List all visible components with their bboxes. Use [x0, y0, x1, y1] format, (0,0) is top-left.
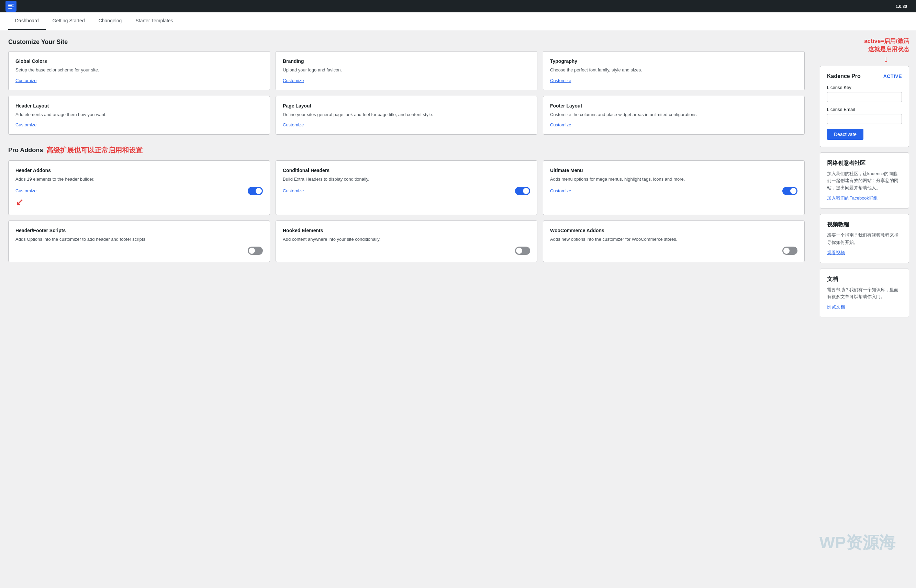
card-title: Header/Footer Scripts: [15, 228, 263, 233]
card-page-layout: Page Layout Define your sites general pa…: [275, 96, 537, 135]
card-title: Ultimate Menu: [550, 168, 798, 173]
main-wrapper: Customize Your Site Global Colors Setup …: [0, 30, 916, 330]
card-hooked-elements: Hooked Elements Add content anywhere int…: [275, 221, 537, 262]
active-status-badge: ACTIVE: [884, 73, 902, 79]
version-badge: 1.0.30: [892, 3, 911, 10]
video-card: 视频教程 想要一个指南？我们有视频教程来指导你如何开始。 观看视频: [820, 214, 909, 263]
kadence-pro-header: Kadence Pro ACTIVE: [827, 73, 902, 79]
video-link[interactable]: 观看视频: [827, 250, 845, 255]
card-footer: [550, 247, 798, 255]
card-title: Conditional Headers: [283, 168, 530, 173]
license-email-label: License Email: [827, 107, 902, 112]
card-title: Page Layout: [283, 103, 530, 108]
card-title: Global Colors: [15, 58, 263, 64]
kadence-pro-title: Kadence Pro: [827, 73, 861, 79]
card-desc: Setup the base color scheme for your sit…: [15, 67, 263, 73]
card-desc: Adds Options into the customizer to add …: [15, 236, 263, 243]
card-footer: [15, 247, 263, 255]
customize-link-conditional-headers[interactable]: Customize: [283, 188, 304, 193]
customize-link-header-layout[interactable]: Customize: [15, 122, 36, 128]
toggle-ultimate-menu[interactable]: [782, 187, 798, 195]
annotation-text-1: active=启用/激活: [820, 37, 909, 45]
license-email-group: License Email: [827, 107, 902, 124]
tab-changelog[interactable]: Changelog: [92, 12, 129, 30]
license-key-input[interactable]: [827, 92, 902, 102]
customize-link-global-colors[interactable]: Customize: [15, 78, 36, 83]
arrow-down-icon: ↓: [820, 53, 888, 65]
card-title: Hooked Elements: [283, 228, 530, 233]
card-footer: Customize: [550, 187, 798, 195]
annotation-text-2: 这就是启用状态: [820, 45, 909, 53]
community-title: 网络创意者社区: [827, 160, 902, 167]
toggle-woocommerce-addons[interactable]: [782, 247, 798, 255]
deactivate-button[interactable]: Deactivate: [827, 129, 863, 140]
pro-addons-heading: Pro Addons: [8, 147, 43, 154]
community-link[interactable]: 加入我们的Facebook群组: [827, 195, 878, 200]
card-header-addons: Header Addons Adds 19 elements to the he…: [8, 160, 270, 215]
kadence-pro-wrapper: active=启用/激活 这就是启用状态 ↓ Kadence Pro ACTIV…: [820, 37, 909, 147]
card-ultimate-menu: Ultimate Menu Adds menu options for mega…: [543, 160, 805, 215]
card-header-footer-scripts: Header/Footer Scripts Adds Options into …: [8, 221, 270, 262]
card-desc: Build Extra Headers to display condition…: [283, 176, 530, 183]
card-desc: Add elements and arrage them how you wan…: [15, 111, 263, 118]
license-email-input[interactable]: [827, 114, 902, 124]
content-area: Customize Your Site Global Colors Setup …: [0, 30, 813, 330]
card-title: Header Addons: [15, 168, 263, 173]
tab-starter-templates[interactable]: Starter Templates: [128, 12, 180, 30]
card-desc: Add content anywhere into your site cond…: [283, 236, 530, 243]
community-card: 网络创意者社区 加入我们的社区，让kadence的同胞们一起创建有效的网站！分享…: [820, 152, 909, 208]
customize-link-footer-layout[interactable]: Customize: [550, 122, 571, 128]
card-typography: Typography Choose the perfect font famil…: [543, 51, 805, 90]
tab-getting-started[interactable]: Getting Started: [46, 12, 92, 30]
card-footer: [283, 247, 530, 255]
card-branding: Branding Upload your logo and favicon. C…: [275, 51, 537, 90]
customize-link-branding[interactable]: Customize: [283, 78, 304, 83]
toggle-hooked-elements[interactable]: [515, 247, 530, 255]
license-key-label: License Key: [827, 85, 902, 90]
card-footer: Customize: [15, 187, 263, 195]
card-title: Footer Layout: [550, 103, 798, 108]
pro-cards-grid: Header Addons Adds 19 elements to the he…: [8, 160, 805, 262]
card-woocommerce-addons: WooCommerce Addons Adds new options into…: [543, 221, 805, 262]
card-desc: Customize the columns and place widget a…: [550, 111, 798, 118]
logo-icon: [5, 1, 16, 12]
card-desc: Define your sites general page look and …: [283, 111, 530, 118]
page-content: Customize Your Site Global Colors Setup …: [0, 30, 813, 281]
card-footer: Customize: [283, 187, 530, 195]
customize-link-typography[interactable]: Customize: [550, 78, 571, 83]
docs-card: 文档 需要帮助？我们有一个知识库，里面有很多文章可以帮助你入门。 浏览文档: [820, 268, 909, 318]
video-desc: 想要一个指南？我们有视频教程来指导你如何开始。: [827, 232, 902, 246]
active-annotation: active=启用/激活 这就是启用状态 ↓: [820, 37, 909, 65]
tabs-nav: Dashboard Getting Started Changelog Star…: [0, 12, 916, 30]
docs-desc: 需要帮助？我们有一个知识库，里面有很多文章可以帮助你入门。: [827, 286, 902, 301]
card-title: Typography: [550, 58, 798, 64]
tab-dashboard[interactable]: Dashboard: [8, 12, 46, 30]
license-key-group: License Key: [827, 85, 902, 102]
video-title: 视频教程: [827, 221, 902, 228]
pro-addons-section: Pro Addons 高级扩展也可以正常启用和设置: [8, 145, 805, 155]
customize-cards-grid: Global Colors Setup the base color schem…: [8, 51, 805, 135]
customize-link-header-addons[interactable]: Customize: [15, 188, 36, 193]
card-global-colors: Global Colors Setup the base color schem…: [8, 51, 270, 90]
customize-link-page-layout[interactable]: Customize: [283, 122, 304, 128]
card-title: Header Layout: [15, 103, 263, 108]
kadence-pro-card: Kadence Pro ACTIVE License Key License E…: [820, 66, 909, 147]
toggle-header-footer-scripts[interactable]: [248, 247, 263, 255]
card-desc: Adds 19 elements to the header builder.: [15, 176, 263, 183]
card-title: Branding: [283, 58, 530, 64]
docs-link[interactable]: 浏览文档: [827, 304, 845, 309]
toggle-header-addons[interactable]: [248, 187, 263, 195]
card-conditional-headers: Conditional Headers Build Extra Headers …: [275, 160, 537, 215]
card-footer-layout: Footer Layout Customize the columns and …: [543, 96, 805, 135]
docs-title: 文档: [827, 276, 902, 283]
toggle-conditional-headers[interactable]: [515, 187, 530, 195]
top-bar: [0, 0, 916, 12]
card-desc: Adds menu options for mega menus, highli…: [550, 176, 798, 183]
customize-link-ultimate-menu[interactable]: Customize: [550, 188, 571, 193]
card-desc: Upload your logo and favicon.: [283, 67, 530, 73]
card-header-layout: Header Layout Add elements and arrage th…: [8, 96, 270, 135]
pro-annotation: 高级扩展也可以正常启用和设置: [46, 145, 142, 155]
community-desc: 加入我们的社区，让kadence的同胞们一起创建有效的网站！分享您的网站，提出问…: [827, 170, 902, 192]
customize-heading: Customize Your Site: [8, 39, 805, 46]
card-title: WooCommerce Addons: [550, 228, 798, 233]
